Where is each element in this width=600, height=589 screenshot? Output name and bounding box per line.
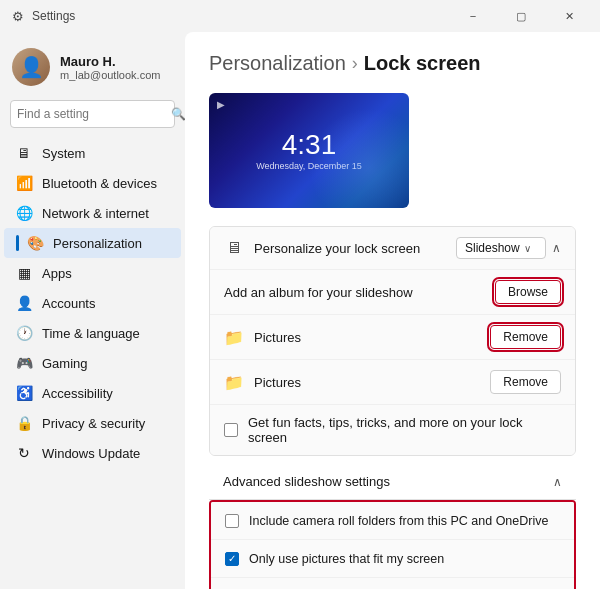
fun-facts-checkbox[interactable] <box>224 423 238 437</box>
sidebar-item-gaming[interactable]: 🎮 Gaming <box>4 348 181 378</box>
remove-button-highlighted[interactable]: Remove <box>490 325 561 349</box>
breadcrumb: Personalization › Lock screen <box>209 52 576 75</box>
sidebar-item-label: Time & language <box>42 326 140 341</box>
minimize-button[interactable]: − <box>450 0 496 32</box>
add-album-control: Browse <box>495 280 561 304</box>
user-info: Mauro H. m_lab@outlook.com <box>60 54 160 81</box>
add-album-label: Add an album for your slideshow <box>224 285 485 300</box>
time-icon: 🕐 <box>16 325 32 341</box>
checkmark-icon: ✓ <box>228 553 236 564</box>
app-title: Settings <box>32 9 75 23</box>
sidebar-item-windows-update[interactable]: ↻ Windows Update <box>4 438 181 468</box>
fun-facts-label: Get fun facts, tips, tricks, and more on… <box>248 415 561 445</box>
pictures-label-2: Pictures <box>254 375 480 390</box>
pictures-label-1: Pictures <box>254 330 480 345</box>
fun-facts-row: Get fun facts, tips, tricks, and more on… <box>210 405 575 455</box>
sidebar-item-label: Network & internet <box>42 206 149 221</box>
sidebar-item-label: Personalization <box>53 236 142 251</box>
sidebar-item-label: Accessibility <box>42 386 113 401</box>
advanced-title: Advanced slideshow settings <box>223 474 390 489</box>
nav-list: 🖥 System 📶 Bluetooth & devices 🌐 Network… <box>0 138 185 468</box>
search-box[interactable]: 🔍 <box>10 100 175 128</box>
breadcrumb-current: Lock screen <box>364 52 481 75</box>
browse-button[interactable]: Browse <box>495 280 561 304</box>
titlebar-controls: − ▢ ✕ <box>450 0 592 32</box>
breadcrumb-parent[interactable]: Personalization <box>209 52 346 75</box>
sidebar-item-accounts[interactable]: 👤 Accounts <box>4 288 181 318</box>
monitor-icon: 🖥 <box>224 239 244 257</box>
personalize-label: Personalize your lock screen <box>254 241 446 256</box>
apps-icon: ▦ <box>16 265 32 281</box>
sidebar-item-accessibility[interactable]: ♿ Accessibility <box>4 378 181 408</box>
breadcrumb-separator: › <box>352 53 358 74</box>
network-icon: 🌐 <box>16 205 32 221</box>
sidebar-item-system[interactable]: 🖥 System <box>4 138 181 168</box>
sidebar-item-privacy[interactable]: 🔒 Privacy & security <box>4 408 181 438</box>
chevron-down-icon: ∨ <box>524 243 531 254</box>
sidebar-item-bluetooth[interactable]: 📶 Bluetooth & devices <box>4 168 181 198</box>
sidebar-item-label: Windows Update <box>42 446 140 461</box>
folder-icon-2: 📁 <box>224 373 244 392</box>
titlebar-left: ⚙ Settings <box>12 9 75 24</box>
content-area: Personalization › Lock screen ▶ 4:31 Wed… <box>185 32 600 589</box>
privacy-icon: 🔒 <box>16 415 32 431</box>
accessibility-icon: ♿ <box>16 385 32 401</box>
search-icon: 🔍 <box>171 107 185 121</box>
sidebar-item-label: Bluetooth & devices <box>42 176 157 191</box>
personalization-icon: 🎨 <box>27 235 43 251</box>
avatar: 👤 <box>12 48 50 86</box>
camera-roll-checkbox[interactable] <box>225 514 239 528</box>
accounts-icon: 👤 <box>16 295 32 311</box>
sidebar-item-label: System <box>42 146 85 161</box>
sidebar-item-label: Apps <box>42 266 72 281</box>
fit-screen-row: ✓ Only use pictures that fit my screen <box>211 540 574 578</box>
sidebar-item-personalization[interactable]: 🎨 Personalization <box>4 228 181 258</box>
app-body: 👤 Mauro H. m_lab@outlook.com 🔍 🖥 System … <box>0 32 600 589</box>
folder-icon-1: 📁 <box>224 328 244 347</box>
advanced-header[interactable]: Advanced slideshow settings ∧ <box>209 464 576 500</box>
sidebar-item-label: Privacy & security <box>42 416 145 431</box>
pictures-row-2: 📁 Pictures Remove <box>210 360 575 405</box>
sidebar-item-label: Gaming <box>42 356 88 371</box>
active-indicator <box>16 235 19 251</box>
pictures-control-1: Remove <box>490 325 561 349</box>
camera-roll-row: Include camera roll folders from this PC… <box>211 502 574 540</box>
slideshow-dropdown[interactable]: Slideshow ∨ <box>456 237 546 259</box>
bluetooth-icon: 📶 <box>16 175 32 191</box>
settings-icon: ⚙ <box>12 9 24 24</box>
inactive-lock-row: ✓ When my PC is inactive, show the lock … <box>211 578 574 589</box>
sidebar-item-apps[interactable]: ▦ Apps <box>4 258 181 288</box>
update-icon: ↻ <box>16 445 32 461</box>
gaming-icon: 🎮 <box>16 355 32 371</box>
search-input[interactable] <box>17 107 167 121</box>
preview-icon: ▶ <box>217 99 225 110</box>
pictures-control-2: Remove <box>490 370 561 394</box>
add-album-row: Add an album for your slideshow Browse <box>210 270 575 315</box>
remove-button-plain[interactable]: Remove <box>490 370 561 394</box>
collapse-button[interactable]: ∧ <box>552 241 561 255</box>
personalize-control: Slideshow ∨ ∧ <box>456 237 561 259</box>
sidebar-item-label: Accounts <box>42 296 95 311</box>
user-email: m_lab@outlook.com <box>60 69 160 81</box>
personalize-row: 🖥 Personalize your lock screen Slideshow… <box>210 227 575 270</box>
advanced-section: Include camera roll folders from this PC… <box>209 500 576 589</box>
camera-roll-label: Include camera roll folders from this PC… <box>249 514 560 528</box>
advanced-collapse-button[interactable]: ∧ <box>553 475 562 489</box>
sidebar-item-time[interactable]: 🕐 Time & language <box>4 318 181 348</box>
preview-decoration <box>309 108 409 208</box>
fit-screen-label: Only use pictures that fit my screen <box>249 552 560 566</box>
slideshow-value: Slideshow <box>465 241 520 255</box>
personalize-section: 🖥 Personalize your lock screen Slideshow… <box>209 226 576 456</box>
close-button[interactable]: ✕ <box>546 0 592 32</box>
maximize-button[interactable]: ▢ <box>498 0 544 32</box>
pictures-row-1: 📁 Pictures Remove <box>210 315 575 360</box>
user-profile[interactable]: 👤 Mauro H. m_lab@outlook.com <box>0 40 185 100</box>
lock-screen-preview: ▶ 4:31 Wednesday, December 15 <box>209 93 409 208</box>
sidebar-item-network[interactable]: 🌐 Network & internet <box>4 198 181 228</box>
system-icon: 🖥 <box>16 145 32 161</box>
user-name: Mauro H. <box>60 54 160 69</box>
sidebar: 👤 Mauro H. m_lab@outlook.com 🔍 🖥 System … <box>0 32 185 589</box>
titlebar: ⚙ Settings − ▢ ✕ <box>0 0 600 32</box>
fit-screen-checkbox[interactable]: ✓ <box>225 552 239 566</box>
